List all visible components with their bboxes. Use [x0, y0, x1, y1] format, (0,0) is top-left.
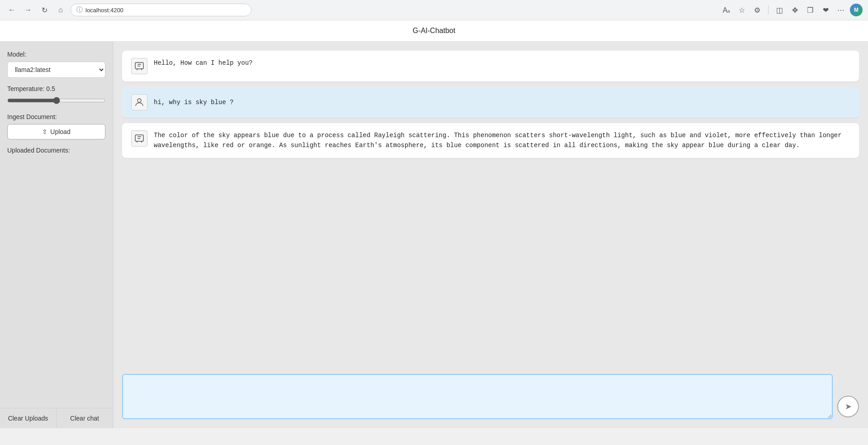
collections-button[interactable]: ❐: [804, 4, 816, 16]
home-button[interactable]: ⌂: [54, 4, 67, 16]
info-icon: ⓘ: [76, 6, 83, 14]
address-bar[interactable]: ⓘ localhost:4200: [71, 4, 251, 16]
url-text: localhost:4200: [85, 7, 123, 14]
app-title: G-AI-Chatbot: [413, 27, 455, 34]
send-button[interactable]: ➤: [837, 396, 859, 417]
favorites-button[interactable]: ❤: [819, 4, 832, 16]
bot-avatar-1: [131, 58, 147, 74]
upload-label: Upload: [50, 128, 70, 135]
app-title-bar: G-AI-Chatbot: [0, 20, 868, 42]
uploaded-docs-label: Uploaded Documents:: [7, 147, 105, 154]
upload-button[interactable]: ⇧ Upload: [7, 124, 105, 139]
bot-message-1-text: Hello, How can I help you?: [154, 58, 252, 68]
sidebar-footer: Clear Uploads Clear chat: [0, 408, 113, 428]
model-label: Model:: [7, 51, 105, 58]
chat-area: Hello, How can I help you? hi, why is sk…: [113, 42, 868, 428]
back-button[interactable]: ←: [5, 4, 18, 16]
ingest-label: Ingest Document:: [7, 113, 105, 120]
message-row: The color of the sky appears blue due to…: [122, 123, 859, 158]
more-button[interactable]: ⋯: [835, 4, 847, 16]
bot-message-2-text: The color of the sky appears blue due to…: [154, 130, 850, 151]
user-message-1: hi, why is sky blue ?: [122, 87, 859, 118]
profile-icon[interactable]: M: [850, 4, 863, 16]
upload-icon: ⇧: [42, 128, 47, 135]
bookmark-button[interactable]: ☆: [735, 4, 748, 16]
clear-chat-button[interactable]: Clear chat: [57, 408, 113, 428]
settings-button[interactable]: ⚙: [751, 4, 764, 16]
temperature-slider[interactable]: [7, 97, 105, 104]
svg-point-1: [138, 99, 141, 102]
user-avatar-1: [131, 94, 147, 110]
reload-button[interactable]: ↻: [38, 4, 51, 16]
browser-actions: Aₐ ☆ ⚙ ◫ ✥ ❐ ❤ ⋯ M: [720, 4, 863, 16]
browser-chrome: ← → ↻ ⌂ ⓘ localhost:4200 Aₐ ☆ ⚙ ◫ ✥ ❐ ❤ …: [0, 0, 868, 20]
font-size-button[interactable]: Aₐ: [720, 4, 733, 16]
extensions-button[interactable]: ✥: [788, 4, 801, 16]
user-message-1-text: hi, why is sky blue ?: [154, 97, 233, 107]
bot-message-2: The color of the sky appears blue due to…: [122, 123, 859, 158]
message-row: hi, why is sky blue ?: [122, 87, 859, 118]
bot-avatar-2: [131, 130, 147, 147]
model-select[interactable]: llama2:latest llama2:7b mistral:latest: [7, 62, 105, 78]
clear-uploads-button[interactable]: Clear Uploads: [0, 408, 57, 428]
forward-button[interactable]: →: [22, 4, 34, 16]
chat-messages: Hello, How can I help you? hi, why is sk…: [122, 51, 859, 364]
svg-rect-0: [135, 62, 143, 69]
input-area: ➤: [122, 369, 859, 419]
main-layout: Model: llama2:latest llama2:7b mistral:l…: [0, 42, 868, 428]
sidebar: Model: llama2:latest llama2:7b mistral:l…: [0, 42, 113, 428]
chat-input[interactable]: [122, 374, 833, 419]
bot-message-1: Hello, How can I help you?: [122, 51, 859, 81]
split-screen-button[interactable]: ◫: [773, 4, 786, 16]
send-icon: ➤: [845, 402, 852, 412]
divider: [768, 5, 768, 14]
temperature-label: Temperature: 0.5: [7, 85, 105, 92]
svg-rect-2: [135, 135, 143, 141]
message-row: Hello, How can I help you?: [122, 51, 859, 81]
